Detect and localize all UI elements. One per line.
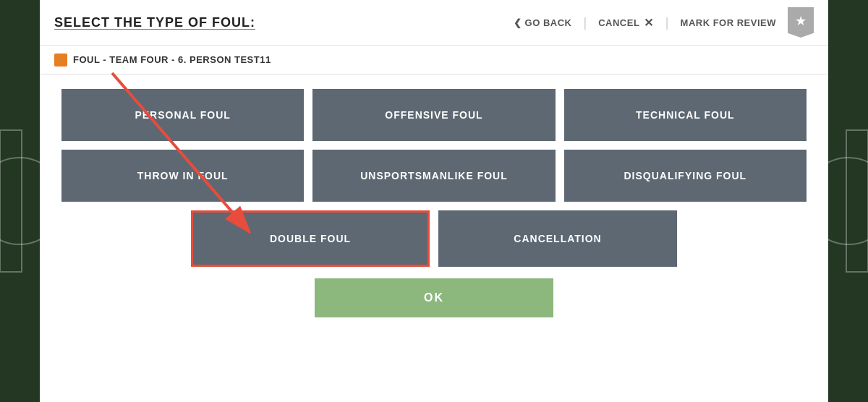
offensive-foul-label: OFFENSIVE FOUL [385, 109, 482, 121]
unsportsmanlike-foul-button[interactable]: UNSPORTSMANLIKE FOUL [312, 150, 555, 202]
mark-review-button[interactable]: MARK FOR REVIEW [681, 17, 776, 28]
divider2: | [665, 15, 669, 30]
ok-label: OK [424, 291, 444, 304]
star-icon: ★ [795, 14, 807, 27]
double-foul-label: DOUBLE FOUL [270, 233, 351, 244]
dialog-content: PERSONAL FOUL OFFENSIVE FOUL TECHNICAL F… [40, 74, 828, 402]
dialog-header: SELECT THE TYPE OF FOUL: ❮ GO BACK | CAN… [40, 0, 828, 46]
technical-foul-button[interactable]: TECHNICAL FOUL [564, 89, 807, 141]
main-dialog: SELECT THE TYPE OF FOUL: ❮ GO BACK | CAN… [40, 0, 828, 402]
foul-grid-row3: DOUBLE FOUL CANCELLATION [61, 210, 807, 267]
header-actions: ❮ GO BACK | CANCEL ✕ | MARK FOR REVIEW ★ [514, 7, 814, 38]
team-color-indicator [54, 54, 67, 67]
breadcrumb-text: FOUL - TEAM FOUR - 6. PERSON TEST11 [73, 54, 271, 65]
ok-row: OK [61, 278, 807, 317]
offensive-foul-button[interactable]: OFFENSIVE FOUL [312, 89, 555, 141]
bookmark-button[interactable]: ★ [788, 7, 814, 38]
svg-rect-0 [0, 0, 40, 402]
bottom-section: DOUBLE FOUL CANCELLATION [61, 210, 807, 267]
throw-in-foul-button[interactable]: THROW IN FOUL [61, 150, 304, 202]
cancellation-button[interactable]: CANCELLATION [438, 210, 677, 267]
unsportsmanlike-foul-label: UNSPORTSMANLIKE FOUL [360, 170, 508, 181]
personal-foul-label: PERSONAL FOUL [135, 109, 231, 121]
go-back-label: GO BACK [525, 17, 572, 28]
disqualifying-foul-button[interactable]: DISQUALIFYING FOUL [564, 150, 807, 202]
page-title: SELECT THE TYPE OF FOUL: [54, 15, 255, 30]
foul-grid-row1: PERSONAL FOUL OFFENSIVE FOUL TECHNICAL F… [61, 89, 807, 141]
chevron-left-icon: ❮ [514, 17, 522, 28]
divider: | [584, 15, 587, 30]
cancel-button[interactable]: CANCEL ✕ [598, 16, 654, 30]
personal-foul-button[interactable]: PERSONAL FOUL [61, 89, 304, 141]
cancel-label: CANCEL [598, 17, 639, 28]
throw-in-foul-label: THROW IN FOUL [137, 170, 229, 181]
ok-button[interactable]: OK [315, 278, 553, 317]
foul-grid-row2: THROW IN FOUL UNSPORTSMANLIKE FOUL DISQU… [61, 150, 807, 202]
disqualifying-foul-label: DISQUALIFYING FOUL [624, 170, 746, 181]
breadcrumb: FOUL - TEAM FOUR - 6. PERSON TEST11 [40, 46, 828, 74]
go-back-button[interactable]: ❮ GO BACK [514, 17, 571, 28]
technical-foul-label: TECHNICAL FOUL [636, 109, 735, 121]
close-icon: ✕ [644, 16, 654, 30]
cancellation-label: CANCELLATION [514, 233, 601, 244]
double-foul-button[interactable]: DOUBLE FOUL [191, 210, 430, 267]
svg-rect-1 [828, 0, 868, 402]
mark-review-label: MARK FOR REVIEW [681, 17, 776, 28]
